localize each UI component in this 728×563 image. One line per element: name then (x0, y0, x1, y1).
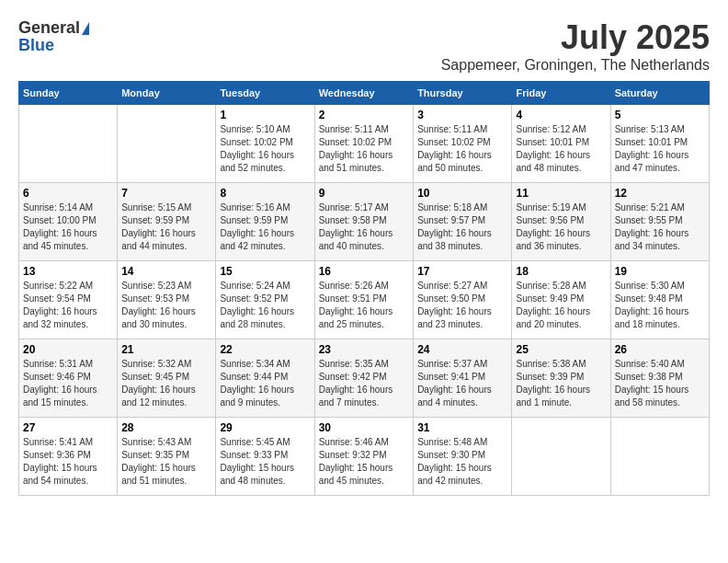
cell-content: Sunrise: 5:24 AMSunset: 9:52 PMDaylight:… (220, 280, 310, 331)
day-number: 2 (319, 109, 409, 121)
calendar-week-row: 27Sunrise: 5:41 AMSunset: 9:36 PMDayligh… (19, 418, 710, 496)
calendar-week-row: 6Sunrise: 5:14 AMSunset: 10:00 PMDayligh… (19, 183, 710, 261)
cell-content: Sunrise: 5:21 AMSunset: 9:55 PMDaylight:… (615, 201, 705, 253)
title-section: July 2025 Sappemeer, Groningen, The Neth… (441, 18, 710, 74)
day-number: 21 (121, 343, 211, 356)
day-number: 17 (417, 265, 507, 278)
cell-content: Sunrise: 5:26 AMSunset: 9:51 PMDaylight:… (319, 280, 409, 331)
calendar-cell: 7Sunrise: 5:15 AMSunset: 9:59 PMDaylight… (118, 183, 216, 261)
cell-content: Sunrise: 5:41 AMSunset: 9:36 PMDaylight:… (23, 436, 113, 488)
calendar-cell: 12Sunrise: 5:21 AMSunset: 9:55 PMDayligh… (610, 183, 709, 261)
day-number: 3 (417, 109, 507, 121)
logo-blue: Blue (18, 36, 54, 55)
cell-content: Sunrise: 5:23 AMSunset: 9:53 PMDaylight:… (121, 280, 211, 331)
calendar-cell: 8Sunrise: 5:16 AMSunset: 9:59 PMDaylight… (216, 183, 314, 261)
cell-content: Sunrise: 5:22 AMSunset: 9:54 PMDaylight:… (23, 280, 113, 331)
location-subtitle: Sappemeer, Groningen, The Netherlands (441, 57, 710, 74)
cell-content: Sunrise: 5:35 AMSunset: 9:42 PMDaylight:… (319, 358, 409, 409)
calendar-cell (118, 105, 216, 183)
day-header-wednesday: Wednesday (314, 82, 413, 105)
day-number: 4 (516, 109, 606, 121)
cell-content: Sunrise: 5:17 AMSunset: 9:58 PMDaylight:… (319, 201, 409, 253)
day-number: 9 (319, 187, 409, 200)
calendar-table: SundayMondayTuesdayWednesdayThursdayFrid… (18, 81, 710, 496)
calendar-cell: 14Sunrise: 5:23 AMSunset: 9:53 PMDayligh… (118, 261, 216, 339)
day-number: 30 (319, 421, 409, 434)
day-number: 5 (615, 109, 705, 121)
cell-content: Sunrise: 5:28 AMSunset: 9:49 PMDaylight:… (516, 280, 606, 331)
calendar-week-row: 20Sunrise: 5:31 AMSunset: 9:46 PMDayligh… (19, 339, 710, 418)
cell-content: Sunrise: 5:13 AMSunset: 10:01 PMDaylight… (615, 123, 705, 175)
day-number: 15 (220, 265, 310, 278)
day-header-tuesday: Tuesday (216, 82, 314, 105)
cell-content: Sunrise: 5:48 AMSunset: 9:30 PMDaylight:… (417, 436, 507, 488)
day-number: 22 (220, 343, 310, 356)
day-number: 29 (220, 421, 310, 434)
calendar-cell (610, 418, 709, 496)
cell-content: Sunrise: 5:18 AMSunset: 9:57 PMDaylight:… (417, 201, 507, 253)
cell-content: Sunrise: 5:37 AMSunset: 9:41 PMDaylight:… (417, 358, 507, 409)
calendar-cell: 24Sunrise: 5:37 AMSunset: 9:41 PMDayligh… (414, 339, 512, 418)
cell-content: Sunrise: 5:11 AMSunset: 10:02 PMDaylight… (417, 123, 507, 175)
cell-content: Sunrise: 5:40 AMSunset: 9:38 PMDaylight:… (615, 358, 705, 409)
cell-content: Sunrise: 5:32 AMSunset: 9:45 PMDaylight:… (121, 358, 211, 409)
cell-content: Sunrise: 5:14 AMSunset: 10:00 PMDaylight… (23, 201, 113, 253)
calendar-cell: 11Sunrise: 5:19 AMSunset: 9:56 PMDayligh… (512, 183, 610, 261)
day-header-thursday: Thursday (414, 82, 512, 105)
day-number: 13 (23, 265, 113, 278)
calendar-cell: 9Sunrise: 5:17 AMSunset: 9:58 PMDaylight… (314, 183, 413, 261)
calendar-cell: 3Sunrise: 5:11 AMSunset: 10:02 PMDayligh… (414, 105, 512, 183)
calendar-cell: 1Sunrise: 5:10 AMSunset: 10:02 PMDayligh… (216, 105, 314, 183)
cell-content: Sunrise: 5:38 AMSunset: 9:39 PMDaylight:… (516, 358, 606, 409)
day-number: 10 (417, 187, 507, 200)
calendar-cell (19, 105, 118, 183)
day-number: 31 (417, 421, 507, 434)
cell-content: Sunrise: 5:34 AMSunset: 9:44 PMDaylight:… (220, 358, 310, 409)
calendar-cell: 6Sunrise: 5:14 AMSunset: 10:00 PMDayligh… (19, 183, 118, 261)
day-number: 19 (615, 265, 705, 278)
day-number: 20 (23, 343, 113, 356)
cell-content: Sunrise: 5:31 AMSunset: 9:46 PMDaylight:… (23, 358, 113, 409)
day-number: 28 (121, 421, 211, 434)
calendar-cell: 22Sunrise: 5:34 AMSunset: 9:44 PMDayligh… (216, 339, 314, 418)
day-number: 24 (417, 343, 507, 356)
day-number: 6 (23, 187, 113, 200)
calendar-cell: 2Sunrise: 5:11 AMSunset: 10:02 PMDayligh… (314, 105, 413, 183)
calendar-cell: 13Sunrise: 5:22 AMSunset: 9:54 PMDayligh… (19, 261, 118, 339)
month-year-title: July 2025 (441, 18, 710, 57)
calendar-cell: 16Sunrise: 5:26 AMSunset: 9:51 PMDayligh… (314, 261, 413, 339)
cell-content: Sunrise: 5:30 AMSunset: 9:48 PMDaylight:… (615, 280, 705, 331)
calendar-cell: 21Sunrise: 5:32 AMSunset: 9:45 PMDayligh… (118, 339, 216, 418)
cell-content: Sunrise: 5:10 AMSunset: 10:02 PMDaylight… (220, 123, 310, 175)
calendar-cell: 18Sunrise: 5:28 AMSunset: 9:49 PMDayligh… (512, 261, 610, 339)
day-number: 11 (516, 187, 606, 200)
cell-content: Sunrise: 5:11 AMSunset: 10:02 PMDaylight… (319, 123, 409, 175)
cell-content: Sunrise: 5:12 AMSunset: 10:01 PMDaylight… (516, 123, 606, 175)
calendar-cell: 20Sunrise: 5:31 AMSunset: 9:46 PMDayligh… (19, 339, 118, 418)
day-header-sunday: Sunday (19, 82, 118, 105)
day-number: 16 (319, 265, 409, 278)
calendar-cell: 23Sunrise: 5:35 AMSunset: 9:42 PMDayligh… (314, 339, 413, 418)
calendar-cell: 26Sunrise: 5:40 AMSunset: 9:38 PMDayligh… (610, 339, 709, 418)
day-number: 23 (319, 343, 409, 356)
calendar-cell: 30Sunrise: 5:46 AMSunset: 9:32 PMDayligh… (314, 418, 413, 496)
day-number: 18 (516, 265, 606, 278)
day-number: 1 (220, 109, 310, 121)
cell-content: Sunrise: 5:15 AMSunset: 9:59 PMDaylight:… (121, 201, 211, 253)
calendar-cell: 15Sunrise: 5:24 AMSunset: 9:52 PMDayligh… (216, 261, 314, 339)
cell-content: Sunrise: 5:46 AMSunset: 9:32 PMDaylight:… (319, 436, 409, 488)
calendar-week-row: 1Sunrise: 5:10 AMSunset: 10:02 PMDayligh… (19, 105, 710, 183)
cell-content: Sunrise: 5:43 AMSunset: 9:35 PMDaylight:… (121, 436, 211, 488)
day-number: 26 (615, 343, 705, 356)
day-header-monday: Monday (118, 82, 216, 105)
day-number: 8 (220, 187, 310, 200)
calendar-cell: 27Sunrise: 5:41 AMSunset: 9:36 PMDayligh… (19, 418, 118, 496)
day-header-saturday: Saturday (610, 82, 709, 105)
calendar-cell: 10Sunrise: 5:18 AMSunset: 9:57 PMDayligh… (414, 183, 512, 261)
page-header: General Blue July 2025 Sappemeer, Gronin… (18, 18, 710, 74)
logo: General Blue (18, 18, 89, 55)
day-number: 25 (516, 343, 606, 356)
calendar-cell: 25Sunrise: 5:38 AMSunset: 9:39 PMDayligh… (512, 339, 610, 418)
calendar-cell: 5Sunrise: 5:13 AMSunset: 10:01 PMDayligh… (610, 105, 709, 183)
cell-content: Sunrise: 5:27 AMSunset: 9:50 PMDaylight:… (417, 280, 507, 331)
